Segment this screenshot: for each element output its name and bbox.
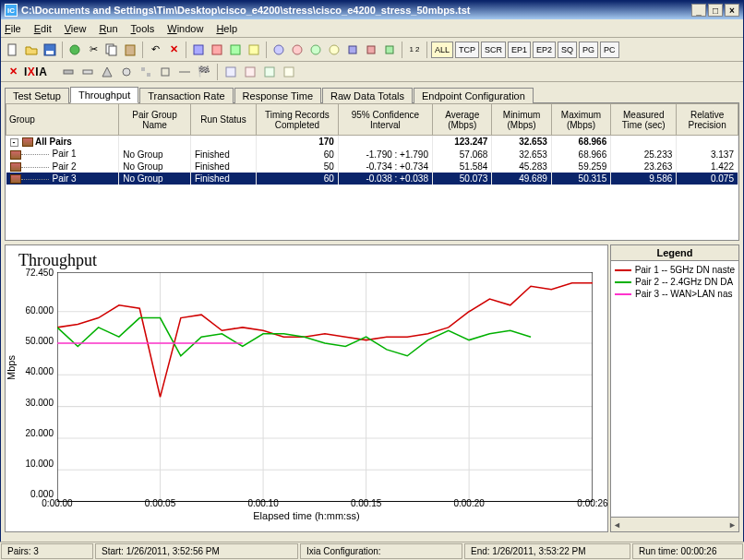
col-header[interactable]: Pair Group Name (119, 104, 191, 136)
filter-pc-button[interactable]: PC (600, 42, 619, 58)
menu-window[interactable]: Window (167, 23, 203, 34)
tb2-icon-8[interactable] (222, 64, 239, 80)
tb2-icon-11[interactable] (281, 64, 297, 80)
app-icon: IC (5, 4, 18, 17)
legend-item[interactable]: Pair 1 -- 5GHz DN naste (615, 265, 735, 275)
col-header[interactable]: Average (Mbps) (432, 104, 491, 136)
table-row[interactable]: Pair 3No GroupFinished60-0.038 : +0.0385… (6, 173, 738, 185)
tb2-icon-flag[interactable]: 🏁 (196, 64, 212, 80)
x-tick: 0:00:26 (577, 498, 607, 508)
filter-ep1-button[interactable]: EP1 (508, 42, 531, 58)
maximize-button[interactable]: □ (708, 4, 723, 17)
run-icon[interactable] (66, 42, 83, 58)
tab-throughput[interactable]: Throughput (70, 87, 138, 103)
svg-rect-17 (386, 46, 393, 54)
tb2-icon-6[interactable] (157, 64, 174, 80)
window-title: C:\Documents and Settings\Tim\Desktop\ci… (21, 5, 690, 16)
save-icon[interactable] (42, 42, 58, 58)
svg-rect-2 (46, 51, 54, 54)
status-bar: Pairs: 3 Start: 1/26/2011, 3:52:56 PM Ix… (0, 542, 744, 560)
tab-endpoint-configuration[interactable]: Endpoint Configuration (414, 88, 534, 103)
menu-tools[interactable]: Tools (131, 23, 155, 34)
tool-icon-3[interactable] (227, 42, 244, 58)
menu-view[interactable]: View (65, 23, 87, 34)
undo-icon[interactable]: ↶ (147, 42, 163, 58)
menu-file[interactable]: File (5, 23, 21, 34)
col-header[interactable]: Measured Time (sec) (611, 104, 677, 136)
stop-icon[interactable]: ✕ (5, 64, 21, 80)
filter-ep2-button[interactable]: EP2 (533, 42, 556, 58)
close-button[interactable]: × (725, 4, 739, 17)
table-row[interactable]: Pair 1No GroupFinished60-1.790 : +1.7905… (6, 148, 738, 160)
numbers-icon[interactable]: 1 2 (406, 42, 423, 58)
tool-icon-6[interactable] (289, 42, 306, 58)
tool-icon-8[interactable] (326, 42, 342, 58)
tb2-icon-5[interactable] (138, 64, 154, 80)
tool-icon-10[interactable] (363, 42, 379, 58)
x-tick: 0:00:20 (453, 498, 484, 508)
filter-all-button[interactable]: ALL (431, 42, 453, 58)
tb2-icon-3[interactable] (99, 64, 115, 80)
filter-sq-button[interactable]: SQ (558, 42, 577, 58)
menu-help[interactable]: Help (216, 23, 237, 34)
filter-tcp-button[interactable]: TCP (455, 42, 479, 58)
legend-item[interactable]: Pair 3 -- WAN>LAN nas (615, 289, 735, 299)
tool-icon-11[interactable] (381, 42, 398, 58)
tool-icon-5[interactable] (270, 42, 287, 58)
tab-raw-data-totals[interactable]: Raw Data Totals (322, 88, 413, 103)
col-header[interactable]: Timing Records Completed (256, 104, 338, 136)
cut-icon[interactable]: ✂ (85, 42, 102, 58)
svg-rect-25 (246, 67, 255, 77)
svg-rect-26 (265, 67, 274, 77)
tb2-icon-9[interactable] (242, 64, 258, 80)
svg-rect-8 (212, 45, 222, 54)
svg-rect-22 (147, 73, 150, 77)
tb2-icon-1[interactable] (60, 64, 77, 80)
svg-point-13 (311, 45, 320, 54)
col-header[interactable]: Minimum (Mbps) (492, 104, 551, 136)
brand-logo: IXIA (24, 66, 47, 78)
tab-response-time[interactable]: Response Time (234, 88, 321, 103)
new-icon[interactable] (5, 42, 21, 58)
svg-rect-7 (194, 45, 203, 54)
tb2-icon-10[interactable] (261, 64, 278, 80)
col-header[interactable]: Maximum (Mbps) (551, 104, 610, 136)
y-tick: 40.000 (13, 366, 54, 376)
tool-icon-9[interactable] (344, 42, 361, 58)
tb2-icon-4[interactable] (118, 64, 135, 80)
legend-item[interactable]: Pair 2 -- 2.4GHz DN DA (615, 277, 735, 287)
menu-bar: FileEditViewRunToolsWindowHelp (1, 19, 743, 38)
paste-icon[interactable] (122, 42, 138, 58)
col-header[interactable]: 95% Confidence Interval (338, 104, 432, 136)
chart-title: Throughput (18, 251, 602, 270)
copy-icon[interactable] (103, 42, 120, 58)
svg-rect-10 (249, 45, 258, 54)
filter-pg-button[interactable]: PG (579, 42, 598, 58)
legend-scrollbar[interactable]: ◄► (611, 517, 738, 531)
col-header[interactable]: Group (6, 104, 119, 136)
x-tick: 0:00:10 (247, 498, 278, 508)
tab-test-setup[interactable]: Test Setup (5, 88, 69, 103)
tb2-icon-7[interactable] (176, 64, 193, 80)
col-header[interactable]: Run Status (190, 104, 256, 136)
tool-icon-2[interactable] (209, 42, 225, 58)
table-row-all[interactable]: - All Pairs170123.24732.65368.966 (6, 136, 738, 149)
menu-run[interactable]: Run (99, 23, 117, 34)
table-row[interactable]: Pair 2No GroupFinished50-0.734 : +0.7345… (6, 161, 738, 173)
svg-rect-42 (57, 272, 593, 502)
col-header[interactable]: Relative Precision (677, 104, 738, 136)
menu-edit[interactable]: Edit (34, 23, 52, 34)
tool-icon-1[interactable] (190, 42, 207, 58)
legend-title: Legend (611, 245, 738, 261)
tb2-icon-2[interactable] (79, 64, 96, 80)
svg-rect-23 (162, 68, 169, 76)
open-icon[interactable] (23, 42, 40, 58)
filter-scr-button[interactable]: SCR (481, 42, 506, 58)
tool-icon-7[interactable] (307, 42, 324, 58)
tool-icon-4[interactable] (246, 42, 262, 58)
svg-rect-5 (109, 46, 116, 55)
tab-transaction-rate[interactable]: Transaction Rate (139, 88, 233, 103)
delete-icon[interactable]: ✕ (165, 42, 182, 58)
x-tick: 0:00:05 (145, 498, 175, 508)
minimize-button[interactable]: _ (691, 4, 706, 17)
